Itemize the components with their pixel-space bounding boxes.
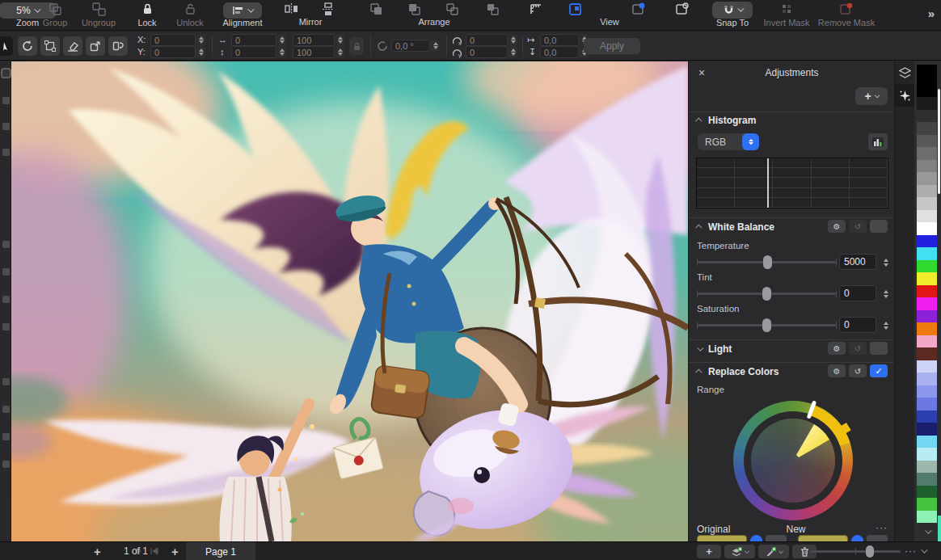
export-tool-button[interactable] [86, 36, 105, 56]
replace-colors-settings-button[interactable]: ⚙ [828, 364, 846, 377]
color-swatch[interactable] [917, 385, 937, 398]
invert-mask-button[interactable]: Invert Mask [758, 0, 815, 31]
tool-stub[interactable] [2, 97, 10, 104]
skew-y-input[interactable]: 0 [466, 46, 508, 58]
color-range-wheel[interactable] [733, 401, 853, 520]
skew-x-stepper[interactable] [508, 34, 517, 46]
color-swatch[interactable] [917, 235, 937, 248]
tool-stub[interactable] [2, 268, 10, 276]
tool-stub[interactable] [2, 296, 10, 303]
bring-forward-button[interactable] [365, 0, 386, 31]
left-tools-sliver[interactable] [0, 61, 11, 541]
replace-colors-reset-button[interactable]: ↺ [849, 364, 867, 377]
color-swatch[interactable] [917, 285, 937, 298]
lock-aspect-button[interactable] [349, 37, 364, 55]
color-swatch[interactable] [917, 210, 937, 223]
ruler-corner-button[interactable] [525, 0, 546, 31]
color-swatch[interactable] [917, 398, 937, 411]
color-swatch[interactable] [917, 272, 937, 285]
swatches-scrollbar[interactable] [938, 89, 940, 194]
flipbook-tool-button[interactable] [108, 36, 128, 56]
light-settings-button[interactable]: ⚙ [828, 342, 846, 355]
canvas-illustration[interactable] [11, 61, 688, 541]
color-swatch[interactable] [917, 135, 937, 148]
swatches-more-scroll-button[interactable] [921, 545, 926, 555]
color-swatch[interactable] [917, 110, 937, 123]
tool-stub[interactable] [2, 123, 10, 130]
color-swatch[interactable] [917, 197, 937, 210]
add-page-button-2[interactable]: + [171, 545, 179, 558]
new-color-picker[interactable] [798, 535, 888, 541]
height-stepper[interactable] [277, 46, 286, 58]
color-swatch[interactable] [917, 448, 937, 461]
light-reset-button[interactable]: ↺ [849, 342, 867, 355]
histogram-options-button[interactable] [868, 133, 888, 150]
saturation-slider-handle[interactable] [762, 318, 771, 332]
color-swatch[interactable] [917, 172, 937, 185]
tool-stub[interactable] [2, 378, 10, 385]
swatch-zoom-handle[interactable] [866, 545, 874, 558]
white-balance-section-header[interactable]: White Balance [697, 221, 774, 233]
color-swatch[interactable] [917, 423, 937, 436]
color-swatch[interactable] [917, 122, 937, 135]
y-stepper[interactable] [196, 46, 205, 58]
adjustments-tab[interactable] [895, 84, 915, 107]
group-button[interactable]: Group [36, 0, 74, 31]
alignment-button[interactable]: Alignment [217, 0, 268, 31]
histogram-section-header[interactable]: Histogram [697, 115, 756, 126]
white-balance-settings-button[interactable]: ⚙ [828, 220, 846, 233]
bottom-more-button[interactable]: ··· [905, 545, 917, 557]
swatch-library-button[interactable] [724, 545, 755, 558]
color-swatch[interactable] [917, 310, 937, 323]
scale-width-input[interactable]: 100 [293, 34, 335, 46]
color-swatch[interactable] [917, 322, 937, 335]
tool-stub[interactable] [2, 69, 10, 77]
color-swatch[interactable] [917, 461, 937, 474]
color-swatch[interactable] [917, 486, 937, 499]
x-stepper[interactable] [196, 34, 205, 46]
saturation-value[interactable]: 0 [839, 317, 876, 333]
transform-tool-button[interactable] [40, 36, 60, 56]
color-swatch[interactable] [917, 147, 937, 160]
layers-tab[interactable] [895, 61, 915, 84]
replace-colors-checkbox[interactable]: ✓ [870, 364, 888, 377]
temperature-value[interactable]: 5000 [839, 254, 876, 270]
tint-stepper[interactable] [881, 287, 891, 301]
light-checkbox[interactable] [870, 342, 888, 355]
color-swatch[interactable] [917, 360, 937, 373]
offset-x-input[interactable]: 0,0 [540, 34, 579, 46]
color-swatch[interactable] [917, 297, 937, 310]
tint-value[interactable]: 0 [839, 285, 876, 301]
height-input[interactable]: 0 [231, 46, 276, 58]
toolbar-overflow-button[interactable]: » [928, 6, 935, 20]
temperature-stepper[interactable] [881, 255, 891, 269]
color-swatch[interactable] [917, 260, 937, 273]
add-swatch-button[interactable]: + [697, 545, 721, 558]
swatches-scroll-down-button[interactable] [917, 526, 937, 537]
close-icon[interactable]: × [698, 66, 705, 79]
offset-y-input[interactable]: 0,0 [540, 46, 579, 58]
pick-color-button[interactable] [758, 545, 789, 558]
color-swatch[interactable] [917, 97, 937, 110]
tool-stub[interactable] [2, 461, 10, 468]
width-stepper[interactable] [277, 34, 286, 46]
ungroup-button[interactable]: Ungroup [76, 0, 121, 31]
skew-x-input[interactable]: 0 [466, 34, 508, 46]
white-balance-checkbox[interactable] [870, 220, 888, 233]
tool-stub[interactable] [2, 433, 10, 440]
next-page-button[interactable] [136, 547, 142, 555]
original-color-picker[interactable] [697, 535, 787, 541]
snap-to-button[interactable]: Snap To [707, 0, 758, 31]
light-section-header[interactable]: Light [697, 343, 732, 355]
apply-button[interactable]: Apply [584, 38, 640, 54]
color-swatch[interactable] [917, 185, 937, 198]
color-swatch[interactable] [917, 65, 937, 97]
color-swatch[interactable] [917, 347, 937, 360]
page-tab[interactable]: Page 1 [186, 542, 255, 560]
color-swatch[interactable] [917, 436, 937, 448]
color-swatch[interactable] [917, 473, 937, 486]
unlock-button[interactable]: Unlock [170, 0, 210, 31]
color-swatch[interactable] [917, 247, 937, 260]
rotate-tool-button[interactable] [18, 36, 37, 56]
replace-colors-section-header[interactable]: Replace Colors [697, 366, 779, 377]
